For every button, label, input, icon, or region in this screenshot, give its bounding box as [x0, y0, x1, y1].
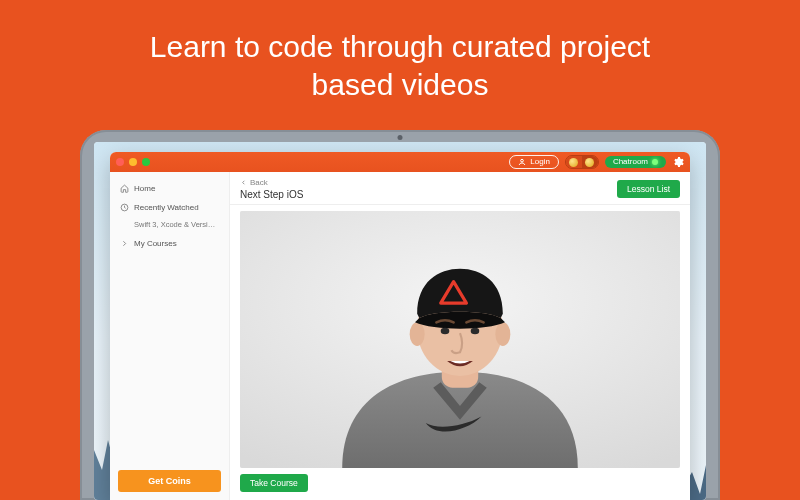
- course-title: Next Step iOS: [240, 189, 303, 200]
- login-button[interactable]: Login: [509, 155, 559, 169]
- laptop-camera: [398, 135, 403, 140]
- laptop-frame: Login Chatroom: [80, 130, 720, 500]
- sidebar: Home Recently Watched Swift 3, Xcode & V…: [110, 172, 230, 500]
- back-button[interactable]: Back: [240, 178, 303, 187]
- laptop-lid: Login Chatroom: [80, 130, 720, 500]
- chevron-left-icon: [240, 179, 247, 186]
- svg-point-9: [441, 328, 450, 334]
- window-zoom-icon[interactable]: [142, 158, 150, 166]
- lesson-list-label: Lesson List: [627, 184, 670, 194]
- lesson-list-button[interactable]: Lesson List: [617, 180, 680, 198]
- coin-icon: [585, 158, 594, 167]
- main-panel: Back Next Step iOS Lesson List: [230, 172, 690, 500]
- titlebar-actions: Login Chatroom: [509, 155, 684, 169]
- sidebar-item-recent[interactable]: Recently Watched: [118, 199, 221, 216]
- clock-icon: [120, 203, 129, 212]
- svg-point-10: [471, 328, 480, 334]
- main-header: Back Next Step iOS Lesson List: [230, 172, 690, 205]
- take-course-button[interactable]: Take Course: [240, 474, 308, 492]
- app-window: Login Chatroom: [110, 152, 690, 500]
- window-close-icon[interactable]: [116, 158, 124, 166]
- svg-point-2: [521, 159, 524, 162]
- chevron-right-icon: [120, 239, 129, 248]
- coin-icon: [569, 158, 578, 167]
- take-course-label: Take Course: [250, 478, 298, 488]
- window-traffic-lights: [116, 158, 150, 166]
- video-player[interactable]: [240, 211, 680, 468]
- sidebar-item-label: Recently Watched: [134, 203, 199, 212]
- sidebar-item-label: Home: [134, 184, 155, 193]
- gear-icon[interactable]: [672, 156, 684, 168]
- below-video-bar: Take Course: [230, 468, 690, 500]
- get-coins-button[interactable]: Get Coins: [118, 470, 221, 492]
- online-status-icon: [652, 159, 658, 165]
- promo-headline: Learn to code through curated project ba…: [0, 28, 800, 103]
- app-body: Home Recently Watched Swift 3, Xcode & V…: [110, 172, 690, 500]
- window-minimize-icon[interactable]: [129, 158, 137, 166]
- home-icon: [120, 184, 129, 193]
- headline-line-1: Learn to code through curated project: [150, 30, 650, 63]
- video-area: [230, 205, 690, 468]
- sidebar-item-my-courses[interactable]: My Courses: [118, 235, 221, 252]
- sidebar-recent-item-label: Swift 3, Xcode & Version Contro…: [134, 220, 221, 229]
- svg-point-7: [410, 322, 425, 346]
- coin-balance[interactable]: [565, 155, 599, 169]
- chatroom-button[interactable]: Chatroom: [605, 156, 666, 168]
- sidebar-item-home[interactable]: Home: [118, 180, 221, 197]
- sidebar-item-label: My Courses: [134, 239, 177, 248]
- laptop-screen: Login Chatroom: [94, 142, 706, 500]
- chatroom-label: Chatroom: [613, 158, 648, 166]
- window-titlebar: Login Chatroom: [110, 152, 690, 172]
- promo-stage: Learn to code through curated project ba…: [0, 0, 800, 500]
- get-coins-label: Get Coins: [148, 476, 191, 486]
- user-icon: [518, 158, 526, 166]
- svg-point-8: [495, 322, 510, 346]
- back-label: Back: [250, 178, 268, 187]
- login-label: Login: [530, 158, 550, 166]
- headline-line-2: based videos: [312, 68, 489, 101]
- sidebar-recent-item[interactable]: Swift 3, Xcode & Version Contro…: [118, 218, 221, 233]
